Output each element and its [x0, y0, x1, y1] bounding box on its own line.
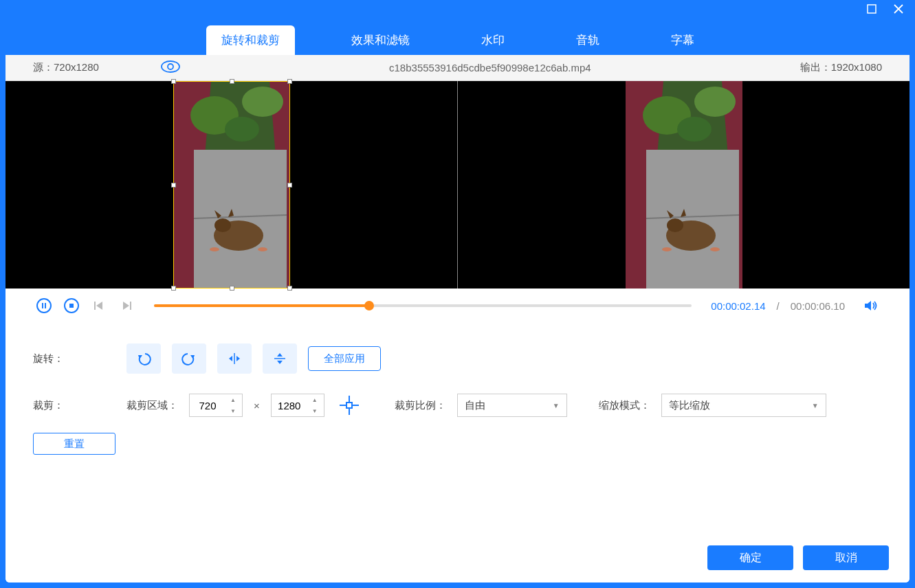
svg-point-26 [667, 218, 683, 232]
svg-point-15 [258, 247, 267, 251]
center-crop-button[interactable] [335, 392, 363, 419]
crop-width-stepper[interactable]: ▲▼ [189, 394, 243, 417]
svg-point-23 [694, 87, 736, 117]
chevron-down-icon: ▼ [812, 402, 819, 409]
prev-frame-icon[interactable] [91, 297, 107, 314]
crop-height-input[interactable] [272, 400, 307, 411]
source-preview[interactable] [5, 81, 458, 289]
tab-watermark[interactable]: 水印 [466, 25, 520, 55]
eye-icon[interactable] [161, 60, 180, 75]
titlebar [0, 0, 915, 21]
cancel-button[interactable]: 取消 [803, 545, 889, 570]
svg-rect-7 [194, 150, 287, 289]
svg-marker-45 [277, 353, 283, 357]
svg-point-11 [225, 117, 259, 142]
down-arrow-icon[interactable]: ▼ [225, 405, 241, 416]
svg-marker-37 [123, 302, 129, 310]
crop-ratio-label: 裁剪比例： [395, 399, 446, 412]
dialog-footer: 确定 取消 [707, 545, 889, 570]
tab-bar: 旋转和裁剪 效果和滤镜 水印 音轨 字幕 [0, 21, 915, 55]
apply-all-button[interactable]: 全部应用 [308, 346, 381, 371]
svg-point-1 [162, 61, 179, 72]
crop-area-label: 裁剪区域： [126, 399, 178, 412]
source-dimensions: 720x1280 [54, 61, 99, 73]
svg-point-28 [710, 247, 720, 251]
rotate-left-button[interactable] [126, 343, 161, 374]
svg-rect-20 [646, 150, 739, 289]
source-label: 源： [33, 61, 54, 73]
next-frame-icon[interactable] [118, 297, 135, 314]
output-dimensions: 1920x1080 [831, 61, 882, 73]
svg-rect-51 [346, 403, 352, 408]
down-arrow-icon[interactable]: ▼ [307, 405, 322, 416]
rotate-right-button[interactable] [172, 343, 206, 374]
ok-button[interactable]: 确定 [707, 545, 793, 570]
tab-rotate-crop[interactable]: 旋转和裁剪 [206, 25, 295, 55]
tab-audio[interactable]: 音轨 [561, 25, 615, 55]
time-current: 00:00:02.14 [711, 300, 765, 312]
svg-rect-33 [69, 304, 74, 308]
flip-horizontal-button[interactable] [217, 343, 252, 374]
up-arrow-icon[interactable]: ▲ [307, 394, 322, 405]
up-arrow-icon[interactable]: ▲ [225, 394, 241, 405]
controls-panel: 旋转： 全部应用 裁剪： 裁剪区域： [5, 323, 910, 583]
flip-vertical-button[interactable] [263, 343, 297, 374]
svg-point-2 [168, 64, 173, 69]
svg-point-24 [677, 117, 712, 142]
svg-marker-35 [96, 302, 102, 310]
svg-point-27 [662, 247, 672, 251]
pause-icon[interactable] [36, 297, 52, 314]
svg-rect-36 [130, 302, 131, 310]
svg-rect-30 [42, 303, 43, 308]
crop-label: 裁剪： [33, 399, 115, 412]
svg-marker-38 [865, 301, 871, 310]
svg-rect-31 [45, 303, 46, 308]
svg-point-10 [242, 87, 283, 117]
maximize-icon[interactable] [867, 4, 877, 16]
crop-ratio-value: 自由 [465, 399, 485, 412]
svg-marker-43 [236, 356, 240, 361]
scale-mode-dropdown[interactable]: 等比缩放 ▼ [661, 394, 826, 417]
svg-marker-42 [229, 356, 232, 361]
close-icon[interactable] [893, 3, 904, 17]
output-preview [458, 81, 910, 289]
volume-icon[interactable] [863, 297, 879, 314]
tab-subtitle[interactable]: 字幕 [656, 25, 709, 55]
svg-point-29 [37, 299, 51, 313]
svg-point-14 [210, 247, 219, 251]
svg-point-13 [214, 218, 231, 232]
svg-rect-34 [94, 302, 96, 310]
filename: c18b35553916d5cdbe5f90998e12c6ab.mp4 [180, 62, 800, 74]
scale-mode-label: 缩放模式： [599, 399, 650, 412]
times-symbol: × [254, 400, 260, 411]
svg-rect-0 [868, 5, 876, 13]
tab-effects[interactable]: 效果和滤镜 [336, 25, 425, 55]
crop-width-input[interactable] [190, 400, 225, 411]
crop-ratio-dropdown[interactable]: 自由 ▼ [457, 394, 567, 417]
preview-area [5, 81, 910, 289]
output-label: 输出： [800, 61, 831, 73]
chevron-down-icon: ▼ [553, 402, 560, 409]
time-sep: / [777, 300, 780, 312]
rotate-label: 旋转： [33, 352, 115, 365]
reset-button[interactable]: 重置 [33, 433, 115, 455]
crop-height-stepper[interactable]: ▲▼ [271, 394, 324, 417]
time-total: 00:00:06.10 [791, 300, 845, 312]
seek-slider[interactable] [154, 304, 692, 307]
stop-icon[interactable] [63, 297, 80, 314]
playback-bar: 00:00:02.14/00:00:06.10 [5, 289, 910, 323]
info-bar: 源：720x1280 c18b35553916d5cdbe5f90998e12c… [5, 55, 910, 81]
svg-marker-46 [277, 361, 283, 364]
scale-mode-value: 等比缩放 [669, 399, 710, 412]
